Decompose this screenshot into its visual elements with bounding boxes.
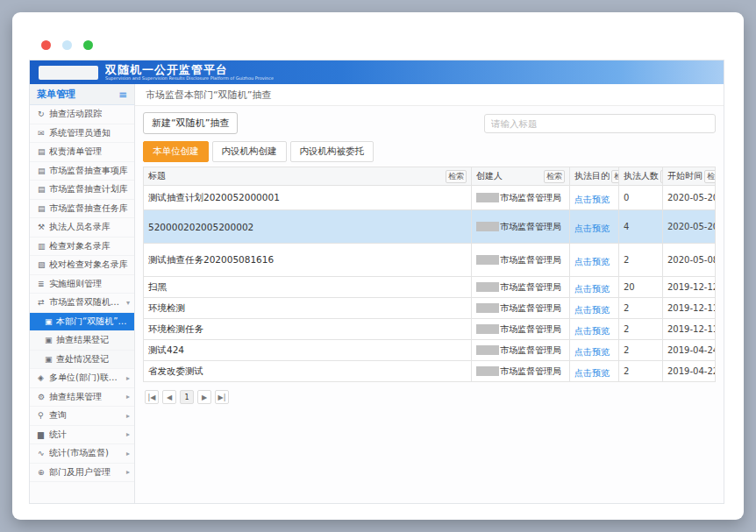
zoom-window-button[interactable] bbox=[83, 40, 93, 50]
page-button[interactable]: ◀ bbox=[162, 390, 176, 404]
page-button[interactable]: ▶| bbox=[215, 390, 229, 404]
purpose-cell: 点击预览 bbox=[570, 277, 619, 298]
new-inspection-button[interactable]: 新建“双随机”抽查 bbox=[143, 112, 238, 134]
purpose-cell: 点击预览 bbox=[570, 244, 619, 277]
sidebar-item[interactable]: ⊕ 部门及用户管理 ▸ bbox=[30, 464, 134, 483]
chevron-icon: ▸ bbox=[126, 393, 130, 401]
app-header: 双随机一公开监管平台 Supervision and Supervision R… bbox=[30, 60, 724, 84]
table-row[interactable]: 扫黑 市场监督管理局 点击预览 20 2019-12-12 bbox=[144, 277, 716, 298]
sidebar-item[interactable]: ⚒ 执法人员名录库 bbox=[30, 218, 134, 238]
breadcrumb-bar: 市场监督本部门“双随机”抽查 bbox=[135, 84, 724, 106]
sidebar-item[interactable]: ⇄ 市场监督双随机抽查 ▾ bbox=[30, 294, 134, 313]
tab[interactable]: 本单位创建 bbox=[143, 141, 209, 162]
redacted-block bbox=[476, 282, 499, 292]
menu-collapse-icon[interactable]: ≡ bbox=[118, 89, 127, 101]
sidebar-item[interactable]: ▤ 市场监督抽查计划库 bbox=[30, 181, 134, 200]
close-window-button[interactable] bbox=[41, 40, 51, 50]
book-icon: ▥ bbox=[38, 242, 49, 251]
page-button[interactable]: |◀ bbox=[145, 390, 159, 404]
preview-link[interactable]: 点击预览 bbox=[574, 347, 610, 357]
enforcer-count-cell: 0 bbox=[619, 186, 663, 210]
column-header: 标题 检索 bbox=[144, 167, 472, 186]
sidebar-item[interactable]: ◈ 多单位(部门)联合抽查 ▸ bbox=[30, 369, 134, 388]
page-button[interactable]: 1 bbox=[180, 390, 194, 404]
preview-link[interactable]: 点击预览 bbox=[574, 284, 610, 294]
redacted-block bbox=[476, 193, 499, 202]
main-panel: 市场监督本部门“双随机”抽查 新建“双随机”抽查 本单位创建内设机构创建内设机构… bbox=[135, 84, 724, 503]
gear-icon: ⚙ bbox=[38, 393, 49, 401]
filter-button[interactable]: 检索 bbox=[446, 170, 467, 183]
creator-name: 市场监督管理局 bbox=[500, 303, 561, 313]
sidebar-item[interactable]: ≣ 实施细则管理 bbox=[30, 275, 134, 294]
search-icon: ⚲ bbox=[38, 411, 49, 420]
sidebar-item[interactable]: ▤ 权责清单管理 bbox=[30, 143, 134, 162]
sidebar-item[interactable]: ▣ 查处情况登记 bbox=[30, 351, 134, 370]
column-header: 创建人 检索 bbox=[472, 167, 570, 186]
sidebar-item-label: 抽查结果登记 bbox=[56, 334, 130, 346]
sidebar-item[interactable]: ▣ 抽查结果登记 bbox=[30, 331, 134, 351]
tab-bar: 本单位创建内设机构创建内设机构被委托 bbox=[143, 141, 716, 162]
preview-link[interactable]: 点击预览 bbox=[574, 223, 610, 233]
title-cell: 环境检测任务 bbox=[144, 319, 472, 340]
chevron-icon: ▾ bbox=[126, 299, 130, 307]
sidebar-item[interactable]: ⚙ 抽查结果管理 ▸ bbox=[30, 388, 134, 408]
list-icon: ▤ bbox=[38, 167, 49, 175]
start-date-cell: 2019-04-22 bbox=[663, 361, 716, 382]
sidebar-item[interactable]: ∿ 统计(市场监督) ▸ bbox=[30, 444, 134, 464]
enforcer-count-cell: 2 bbox=[619, 298, 663, 319]
sidebar-item[interactable]: ▆ 统计 ▸ bbox=[30, 426, 134, 445]
bookmark-icon: ▧ bbox=[38, 260, 49, 269]
app-body: 菜单管理 ≡ ↻ 抽查活动跟踪 ✉ 系统管理员通知 ▤ 权责清单管理 ▤ 市场监… bbox=[30, 84, 724, 503]
chevron-icon: ▸ bbox=[126, 374, 130, 382]
table-row[interactable]: 520000202005200002 市场监督管理局 点击预览 4 2020-0… bbox=[144, 210, 716, 244]
filter-button[interactable]: 检索 bbox=[611, 170, 619, 183]
page-button[interactable]: ▶ bbox=[197, 390, 211, 404]
preview-link[interactable]: 点击预览 bbox=[574, 305, 610, 315]
document-icon: ▣ bbox=[45, 355, 56, 364]
purpose-cell: 点击预览 bbox=[570, 210, 619, 244]
app-title: 双随机一公开监管平台 bbox=[105, 64, 274, 76]
redacted-block bbox=[476, 324, 499, 334]
table-row[interactable]: 环境检测 市场监督管理局 点击预览 2 2019-12-11 bbox=[144, 298, 716, 319]
filter-button[interactable]: 检索 bbox=[544, 170, 565, 183]
sidebar-item-label: 系统管理员通知 bbox=[49, 127, 130, 139]
table-row[interactable]: 测试抽查任务202005081616 市场监督管理局 点击预览 2 2020-0… bbox=[144, 244, 716, 277]
inspection-table: 标题 检索 创建人 检索 执法目的 检索 执法人数 检索 开始时间 检索 测试抽… bbox=[143, 167, 716, 382]
preview-link[interactable]: 点击预览 bbox=[574, 326, 610, 336]
title-cell: 省发改委测试 bbox=[144, 361, 472, 382]
table-header-row: 标题 检索 创建人 检索 执法目的 检索 执法人数 检索 开始时间 检索 bbox=[144, 167, 716, 186]
window-titlebar bbox=[41, 39, 93, 51]
table-row[interactable]: 省发改委测试 市场监督管理局 点击预览 2 2019-04-22 bbox=[144, 361, 716, 382]
tab[interactable]: 内设机构被委托 bbox=[290, 141, 374, 162]
column-label: 创建人 bbox=[476, 170, 503, 182]
sidebar: 菜单管理 ≡ ↻ 抽查活动跟踪 ✉ 系统管理员通知 ▤ 权责清单管理 ▤ 市场监… bbox=[30, 84, 135, 503]
sidebar-item[interactable]: ▧ 校对检查对象名录库 bbox=[30, 256, 134, 275]
sidebar-item-label: 本部门“双随机”抽查 bbox=[56, 316, 130, 328]
purpose-cell: 点击预览 bbox=[570, 340, 619, 361]
sidebar-item-label: 市场监督抽查事项库 bbox=[49, 165, 130, 177]
sidebar-item[interactable]: ▣ 本部门“双随机”抽查 bbox=[30, 313, 134, 332]
title-search-input[interactable] bbox=[484, 114, 716, 133]
preview-link[interactable]: 点击预览 bbox=[574, 257, 610, 266]
sidebar-item[interactable]: ⚲ 查询 ▸ bbox=[30, 407, 134, 426]
filter-button[interactable]: 检索 bbox=[704, 170, 716, 183]
title-cell: 测试424 bbox=[144, 340, 472, 361]
sidebar-item-label: 查处情况登记 bbox=[56, 353, 130, 365]
sidebar-item[interactable]: ▤ 市场监督抽查事项库 bbox=[30, 162, 134, 181]
start-date-cell: 2020-05-20 bbox=[663, 186, 716, 210]
table-row[interactable]: 测试抽查计划2020052000001 市场监督管理局 点击预览 0 2020-… bbox=[144, 186, 716, 210]
table-row[interactable]: 环境检测任务 市场监督管理局 点击预览 2 2019-12-11 bbox=[144, 319, 716, 340]
tab[interactable]: 内设机构创建 bbox=[212, 141, 287, 162]
sidebar-item[interactable]: ▤ 市场监督抽查任务库 bbox=[30, 200, 134, 219]
sidebar-item[interactable]: ✉ 系统管理员通知 bbox=[30, 124, 134, 144]
start-date-cell: 2019-12-11 bbox=[663, 319, 716, 340]
table-row[interactable]: 测试424 市场监督管理局 点击预览 2 2019-04-24 bbox=[144, 340, 716, 361]
preview-link[interactable]: 点击预览 bbox=[574, 195, 610, 204]
preview-link[interactable]: 点击预览 bbox=[574, 368, 610, 378]
creator-cell: 市场监督管理局 bbox=[472, 298, 570, 319]
sidebar-item[interactable]: ↻ 抽查活动跟踪 bbox=[30, 105, 134, 124]
sidebar-item[interactable]: ▥ 检查对象名录库 bbox=[30, 238, 134, 257]
sidebar-item-label: 多单位(部门)联合抽查 bbox=[49, 372, 125, 384]
browser-window: 双随机一公开监管平台 Supervision and Supervision R… bbox=[12, 12, 744, 520]
minimize-window-button[interactable] bbox=[62, 40, 72, 50]
